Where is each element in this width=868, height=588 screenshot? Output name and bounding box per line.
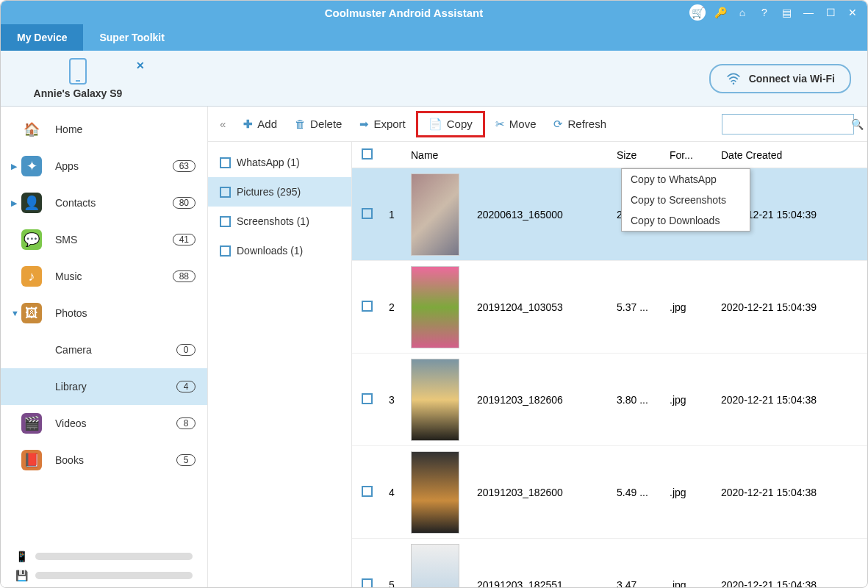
sidebar-item-apps[interactable]: ▶ ✦ Apps 63 xyxy=(1,148,207,184)
row-checkbox[interactable] xyxy=(362,301,373,312)
col-name[interactable]: Name xyxy=(403,149,470,161)
search-icon[interactable]: 🔍 xyxy=(851,118,864,130)
sidebar: 🏠 Home ▶ ✦ Apps 63 ▶ 👤 Contacts 80 💬 SMS… xyxy=(1,107,208,588)
photo-table: Name Size For... Date Created Copy to Wh… xyxy=(352,142,867,588)
add-button[interactable]: ✚Add xyxy=(236,115,284,134)
table-row[interactable]: 520191203_1825513.47 ....jpg2020-12-21 1… xyxy=(352,539,867,588)
back-button[interactable]: « xyxy=(212,115,233,133)
file-size: 5.49 ... xyxy=(609,487,662,498)
file-name: 20200613_165000 xyxy=(470,209,609,220)
thumbnail xyxy=(411,359,459,441)
sidebar-item-photos[interactable]: ▼ 🖼 Photos xyxy=(1,295,207,331)
checkbox[interactable] xyxy=(220,245,231,257)
copy-to-downloads[interactable]: Copy to Downloads xyxy=(622,210,750,231)
maximize-icon[interactable]: ☐ xyxy=(823,7,838,18)
phone-icon: 📱 xyxy=(15,551,28,562)
select-all-checkbox[interactable] xyxy=(362,148,373,159)
cart-icon[interactable]: 🛒 xyxy=(689,4,706,21)
key-icon[interactable]: 🔑 xyxy=(713,7,728,18)
row-index: 4 xyxy=(381,487,403,498)
file-name: 20191203_182600 xyxy=(470,487,609,498)
delete-button[interactable]: 🗑Delete xyxy=(287,115,349,133)
move-button[interactable]: ✂Move xyxy=(488,115,544,134)
checkbox[interactable] xyxy=(220,157,231,168)
expand-icon[interactable]: ▶ xyxy=(11,198,17,208)
copy-to-screenshots[interactable]: Copy to Screenshots xyxy=(622,190,750,210)
checkbox[interactable] xyxy=(220,187,231,198)
count-badge: 63 xyxy=(173,160,196,172)
thumbnail xyxy=(411,173,459,256)
folder-pictures[interactable]: Pictures (295) xyxy=(208,177,351,207)
export-button[interactable]: ➡Export xyxy=(352,115,412,134)
videos-icon: 🎬 xyxy=(21,413,42,434)
folder-screenshots[interactable]: Screenshots (1) xyxy=(208,207,351,236)
count-badge: 88 xyxy=(173,270,196,282)
tab-my-device[interactable]: My Device xyxy=(1,24,83,51)
count-badge: 41 xyxy=(173,234,196,245)
sidebar-item-home[interactable]: 🏠 Home xyxy=(1,111,207,148)
table-row[interactable]: 320191203_1826063.80 ....jpg2020-12-21 1… xyxy=(352,354,867,446)
file-format: .jpg xyxy=(662,301,714,313)
row-index: 2 xyxy=(381,301,403,313)
copy-icon: 📄 xyxy=(428,118,442,131)
table-row[interactable]: 120200613_1650002.44 ....jpg2020-12-21 1… xyxy=(352,168,867,261)
folder-whatsapp[interactable]: WhatsApp (1) xyxy=(208,148,351,177)
folder-downloads[interactable]: Downloads (1) xyxy=(208,236,351,265)
col-date[interactable]: Date Created xyxy=(714,149,846,161)
file-size: 5.37 ... xyxy=(609,301,662,313)
count-badge: 0 xyxy=(176,344,196,356)
file-name: 20191203_182606 xyxy=(470,394,609,406)
copy-button[interactable]: 📄Copy xyxy=(416,111,485,137)
home-icon: 🏠 xyxy=(21,119,42,140)
sidebar-item-contacts[interactable]: ▶ 👤 Contacts 80 xyxy=(1,184,207,221)
connect-wifi-label: Connect via Wi-Fi xyxy=(749,73,835,85)
copy-to-whatsapp[interactable]: Copy to WhatsApp xyxy=(622,169,750,190)
row-index: 5 xyxy=(381,579,403,589)
search-box[interactable]: 🔍 xyxy=(722,114,854,135)
search-input[interactable] xyxy=(727,118,851,129)
sd-icon: 💾 xyxy=(15,570,28,581)
file-date: 2020-12-21 15:04:38 xyxy=(714,487,846,498)
close-icon[interactable]: ✕ xyxy=(845,7,860,18)
col-format[interactable]: For... xyxy=(662,149,714,161)
expand-icon[interactable]: ▼ xyxy=(11,309,19,318)
sidebar-item-camera[interactable]: Camera 0 xyxy=(1,331,207,368)
arrow-right-icon: ➡ xyxy=(359,118,369,131)
table-header: Name Size For... Date Created xyxy=(352,142,867,168)
thumbnail xyxy=(411,544,459,589)
minimize-icon[interactable]: — xyxy=(801,7,816,18)
device-name: Annie's Galaxy S9 xyxy=(8,87,148,99)
col-size[interactable]: Size xyxy=(609,149,662,161)
sidebar-item-music[interactable]: ♪ Music 88 xyxy=(1,258,207,295)
thumbnail xyxy=(411,266,459,348)
row-checkbox[interactable] xyxy=(362,486,373,497)
home-icon[interactable]: ⌂ xyxy=(735,7,750,18)
row-checkbox[interactable] xyxy=(362,208,373,219)
tab-super-toolkit[interactable]: Super Toolkit xyxy=(83,24,180,51)
file-date: 2020-12-21 15:04:38 xyxy=(714,394,846,406)
table-row[interactable]: 420191203_1826005.49 ....jpg2020-12-21 1… xyxy=(352,446,867,539)
row-checkbox[interactable] xyxy=(362,578,373,589)
sms-icon: 💬 xyxy=(21,229,42,250)
checkbox[interactable] xyxy=(220,216,231,227)
scissors-icon: ✂ xyxy=(495,118,505,131)
title-bar: Coolmuster Android Assistant 🛒 🔑 ⌂ ? ▤ —… xyxy=(1,1,867,24)
expand-icon[interactable]: ▶ xyxy=(11,162,17,171)
sidebar-item-sms[interactable]: 💬 SMS 41 xyxy=(1,221,207,258)
connect-wifi-button[interactable]: Connect via Wi-Fi xyxy=(709,64,851,93)
svg-point-0 xyxy=(732,82,734,85)
help-icon[interactable]: ? xyxy=(757,7,772,18)
feedback-icon[interactable]: ▤ xyxy=(779,7,794,18)
device-tab[interactable]: ✕ Annie's Galaxy S9 xyxy=(8,58,148,99)
sidebar-item-library[interactable]: Library 4 xyxy=(1,368,207,405)
refresh-button[interactable]: ⟳Refresh xyxy=(546,115,614,134)
close-device-icon[interactable]: ✕ xyxy=(136,60,145,71)
sidebar-item-videos[interactable]: 🎬 Videos 8 xyxy=(1,405,207,442)
file-format: .jpg xyxy=(662,394,714,406)
row-checkbox[interactable] xyxy=(362,393,373,404)
count-badge: 80 xyxy=(173,197,196,209)
action-toolbar: « ✚Add 🗑Delete ➡Export 📄Copy ✂Move ⟳Refr… xyxy=(208,107,867,142)
table-row[interactable]: 220191204_1030535.37 ....jpg2020-12-21 1… xyxy=(352,261,867,354)
plus-icon: ✚ xyxy=(243,118,253,131)
sidebar-item-books[interactable]: 📕 Books 5 xyxy=(1,442,207,478)
